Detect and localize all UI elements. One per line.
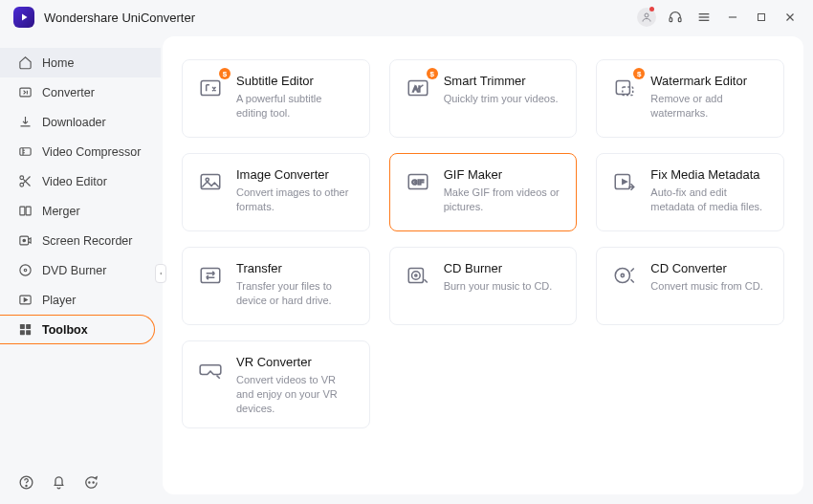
sidebar-item-label: Video Editor <box>42 175 107 188</box>
card-title: Image Converter <box>236 167 356 182</box>
trimmer-icon: AI $ <box>404 74 432 102</box>
sidebar-item-compressor[interactable]: Video Compressor <box>0 137 161 166</box>
card-title: GIF Maker <box>444 167 563 182</box>
sidebar-item-downloader[interactable]: Downloader <box>0 107 161 137</box>
svg-rect-26 <box>26 330 31 335</box>
watermark-icon: $ <box>610 74 639 102</box>
sidebar-item-editor[interactable]: Video Editor <box>0 166 161 196</box>
svg-rect-24 <box>26 324 31 329</box>
card-desc: Quickly trim your videos. <box>444 92 563 106</box>
svg-point-28 <box>25 485 26 486</box>
tool-card-cd-converter[interactable]: CD Converter Convert music from CD. <box>596 247 784 325</box>
svg-point-13 <box>19 183 23 186</box>
sidebar-collapse-handle[interactable] <box>155 264 166 283</box>
svg-rect-1 <box>670 18 672 22</box>
account-icon[interactable] <box>635 6 658 29</box>
tool-card-gif-maker[interactable]: GIF GIF Maker Make GIF from videos or pi… <box>389 153 578 231</box>
svg-text:GIF: GIF <box>411 178 424 186</box>
card-title: CD Converter <box>650 261 770 275</box>
tool-card-fix-metadata[interactable]: Fix Media Metadata Auto-fix and edit met… <box>596 153 784 231</box>
svg-rect-2 <box>678 18 681 22</box>
card-title: CD Burner <box>444 261 563 275</box>
card-title: Subtitle Editor <box>236 74 356 88</box>
minimize-button[interactable] <box>721 6 744 29</box>
svg-rect-11 <box>19 148 30 156</box>
card-desc: Remove or add watermarks. <box>650 92 770 121</box>
badge-icon: $ <box>633 68 645 79</box>
tool-card-watermark-editor[interactable]: $ Watermark Editor Remove or add waterma… <box>596 59 784 138</box>
sidebar-item-label: Downloader <box>42 116 106 129</box>
compressor-icon <box>17 144 33 160</box>
card-desc: Make GIF from videos or pictures. <box>444 186 563 214</box>
svg-text:AI: AI <box>412 84 420 94</box>
merger-icon <box>17 204 33 219</box>
tool-grid: $ Subtitle Editor A powerful subtitle ed… <box>182 59 784 428</box>
sidebar-item-converter[interactable]: Converter <box>0 77 161 107</box>
metadata-icon <box>610 167 639 196</box>
sidebar-item-toolbox[interactable]: Toolbox <box>0 315 155 344</box>
card-desc: Convert music from CD. <box>650 279 770 294</box>
sidebar-item-merger[interactable]: Merger <box>0 196 161 226</box>
notification-dot <box>649 7 654 11</box>
card-desc: Auto-fix and edit metadata of media file… <box>650 186 770 214</box>
card-title: Watermark Editor <box>650 74 770 88</box>
svg-rect-25 <box>19 330 24 335</box>
svg-point-21 <box>24 269 27 272</box>
svg-rect-36 <box>201 174 220 188</box>
subtitle-icon: $ <box>196 74 225 102</box>
svg-rect-31 <box>201 80 220 95</box>
app-title: Wondershare UniConverter <box>44 11 195 25</box>
download-icon <box>17 115 33 130</box>
close-button[interactable] <box>779 6 802 29</box>
sidebar-item-recorder[interactable]: Screen Recorder <box>0 226 161 255</box>
svg-point-46 <box>622 274 625 276</box>
svg-point-29 <box>88 481 89 482</box>
tool-card-transfer[interactable]: Transfer Transfer your files to device o… <box>182 247 370 325</box>
svg-rect-17 <box>26 207 31 215</box>
content-panel: $ Subtitle Editor A powerful subtitle ed… <box>163 36 803 494</box>
sidebar-item-label: DVD Burner <box>42 264 106 277</box>
badge-icon: $ <box>427 68 438 79</box>
card-desc: A powerful subtitle editing tool. <box>236 92 356 121</box>
card-title: VR Converter <box>236 355 356 369</box>
svg-point-43 <box>411 272 420 280</box>
help-icon[interactable] <box>17 473 34 491</box>
card-title: Smart Trimmer <box>444 74 563 88</box>
sidebar-bottom-icons <box>0 460 161 504</box>
card-desc: Convert images to other formats. <box>236 186 356 214</box>
svg-point-12 <box>19 176 23 180</box>
recorder-icon <box>17 233 33 249</box>
sidebar-item-label: Merger <box>42 205 80 218</box>
sidebar-item-label: Video Compressor <box>42 145 141 159</box>
menu-icon[interactable] <box>692 6 715 29</box>
tool-card-vr-converter[interactable]: VR Converter Convert videos to VR and en… <box>182 340 370 428</box>
sidebar-item-dvd[interactable]: DVD Burner <box>0 255 161 285</box>
svg-point-20 <box>19 265 30 275</box>
title-bar: Wondershare UniConverter <box>0 0 813 34</box>
sidebar-item-home[interactable]: Home <box>0 48 161 77</box>
converter-icon <box>17 85 33 100</box>
tool-card-cd-burner[interactable]: CD Burner Burn your music to CD. <box>389 247 578 325</box>
image-icon <box>196 167 225 196</box>
sidebar: Home Converter Downloader Video Compress… <box>0 34 161 504</box>
card-desc: Convert videos to VR and enjoy on your V… <box>236 373 356 416</box>
card-desc: Transfer your files to device or hard dr… <box>236 279 356 308</box>
sidebar-item-label: Toolbox <box>42 323 88 337</box>
tool-card-image-converter[interactable]: Image Converter Convert images to other … <box>182 153 370 231</box>
gif-icon: GIF <box>404 167 432 196</box>
disc-icon <box>17 263 33 278</box>
player-icon <box>17 293 33 308</box>
svg-point-45 <box>616 268 630 282</box>
home-icon <box>17 55 33 71</box>
sidebar-item-player[interactable]: Player <box>0 285 161 315</box>
feedback-icon[interactable] <box>82 473 99 491</box>
headset-icon[interactable] <box>664 6 687 29</box>
svg-point-19 <box>23 239 26 242</box>
svg-point-30 <box>93 481 94 482</box>
cd-burner-icon <box>404 261 432 290</box>
bell-icon[interactable] <box>50 473 67 491</box>
tool-card-subtitle-editor[interactable]: $ Subtitle Editor A powerful subtitle ed… <box>182 59 370 138</box>
maximize-button[interactable] <box>750 6 773 29</box>
tool-card-smart-trimmer[interactable]: AI $ Smart Trimmer Quickly trim your vid… <box>389 59 578 138</box>
sidebar-item-label: Screen Recorder <box>42 234 133 248</box>
